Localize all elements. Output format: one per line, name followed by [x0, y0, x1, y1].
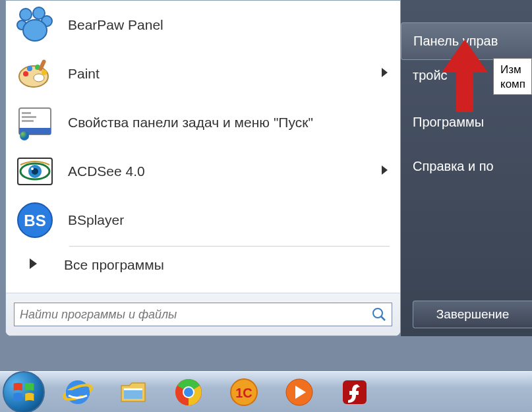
help-link[interactable]: Справка и по [401, 147, 532, 186]
search-area [6, 293, 400, 336]
svg-point-0 [20, 9, 32, 20]
taskbar-wmp[interactable] [273, 373, 326, 411]
flash-icon [339, 376, 370, 408]
start-button[interactable] [3, 371, 45, 413]
start-menu-right-pane: Панель управ тройс Программы Справка и п… [401, 0, 532, 336]
shutdown-button[interactable]: Завершение [413, 301, 532, 328]
folder-icon [117, 376, 149, 408]
svg-rect-16 [22, 116, 36, 118]
svg-line-27 [381, 316, 385, 320]
menu-item-paint[interactable]: Paint [10, 49, 396, 98]
shutdown-area: Завершение [413, 301, 532, 328]
menu-item-label: Свойства панели задач и меню "Пуск" [68, 115, 313, 131]
menu-item-bsplayer[interactable]: BS BSplayer [10, 196, 396, 245]
svg-rect-30 [66, 390, 90, 396]
right-panel-label: тройс [413, 68, 448, 82]
menu-item-acdsee[interactable]: ACDSee 4.0 [10, 147, 396, 196]
menu-item-taskbar-props[interactable]: Свойства панели задач и меню "Пуск" [10, 98, 396, 147]
wmp-icon [283, 376, 315, 408]
svg-point-10 [42, 70, 47, 75]
bearpaw-icon [16, 7, 53, 44]
menu-item-label: BearPaw Panel [68, 17, 163, 33]
tooltip-line: Изм [500, 63, 521, 76]
all-programs[interactable]: Все программы [10, 247, 396, 283]
control-panel-link[interactable]: Панель управ [401, 22, 532, 60]
menu-item-bearpaw[interactable]: BearPaw Panel [10, 1, 396, 49]
submenu-arrow-icon [382, 68, 388, 80]
svg-point-22 [31, 167, 34, 170]
right-panel-label: Программы [413, 115, 484, 129]
taskbar-props-icon [16, 104, 53, 141]
svg-point-35 [184, 388, 193, 397]
taskbar-1c[interactable]: 1C [218, 373, 270, 411]
all-programs-arrow-icon [30, 258, 38, 272]
svg-rect-17 [22, 120, 34, 122]
svg-rect-32 [124, 388, 142, 390]
search-icon [372, 307, 386, 322]
recent-programs-list: BearPaw Panel Paint [6, 1, 400, 293]
1c-icon: 1C [228, 376, 260, 408]
svg-text:BS: BS [24, 212, 45, 229]
svg-text:1C: 1C [235, 386, 252, 400]
svg-point-14 [20, 131, 29, 140]
svg-rect-15 [22, 112, 31, 114]
taskbar-flash[interactable] [328, 373, 381, 411]
taskbar: 1C [0, 371, 532, 412]
svg-point-26 [373, 309, 382, 318]
shutdown-label: Завершение [436, 307, 510, 322]
start-menu-left-pane: BearPaw Panel Paint [5, 0, 401, 336]
tooltip-line: комп [500, 78, 525, 90]
taskbar-explorer[interactable] [107, 373, 160, 411]
taskbar-chrome[interactable] [162, 373, 215, 411]
right-panel-label: Справка и по [413, 159, 494, 173]
paint-icon [16, 55, 53, 92]
search-input[interactable] [20, 308, 372, 322]
svg-point-6 [34, 74, 44, 82]
ie-icon [62, 376, 94, 408]
all-programs-label: Все программы [64, 257, 164, 273]
menu-item-label: BSplayer [68, 212, 124, 228]
svg-point-4 [23, 20, 47, 41]
svg-point-7 [23, 71, 28, 76]
tooltip: Изм комп [493, 58, 532, 95]
chrome-icon [173, 376, 204, 408]
menu-item-label: Paint [68, 66, 100, 82]
bsplayer-icon: BS [16, 202, 53, 239]
acdsee-icon [16, 153, 53, 190]
menu-item-label: ACDSee 4.0 [68, 163, 145, 179]
svg-point-8 [27, 66, 32, 71]
programs-link[interactable]: Программы [401, 103, 532, 142]
taskbar-ie[interactable] [51, 373, 104, 411]
search-box[interactable] [14, 303, 392, 326]
right-panel-label: Панель управ [413, 34, 498, 48]
submenu-arrow-icon [382, 165, 388, 177]
